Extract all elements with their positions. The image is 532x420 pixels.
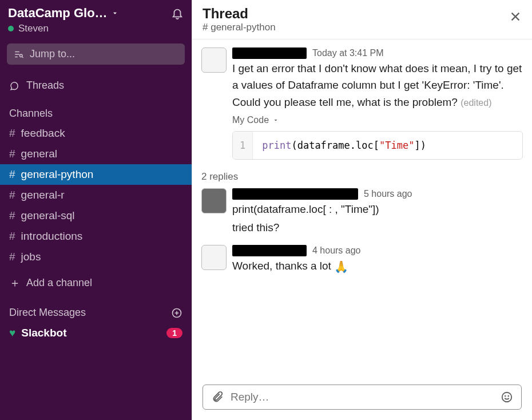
- svg-point-2: [502, 393, 512, 402]
- hash-icon: #: [9, 148, 15, 160]
- plus-circle-icon[interactable]: [171, 307, 182, 319]
- channel-label: general-python: [21, 168, 94, 181]
- plus-icon: ＋: [9, 275, 21, 291]
- pray-emoji: 🙏: [334, 260, 348, 273]
- workspace-name: DataCamp Glo…: [8, 6, 108, 21]
- dm-slackbot-label: Slackbot: [21, 327, 66, 339]
- code-block: 1 print(dataframe.loc["Time"]): [232, 131, 523, 160]
- channel-label: general-sql: [21, 209, 75, 222]
- replies-count: 2 replies: [192, 165, 532, 185]
- search-list-icon: [14, 49, 24, 60]
- messages-list: Today at 3:41 PM I get an error that I d…: [192, 39, 532, 379]
- reply-message: 5 hours agoprint(dataframe.loc[ : , "Tim…: [192, 185, 532, 241]
- unread-badge: 1: [166, 328, 182, 338]
- hash-icon: #: [9, 168, 15, 181]
- message-text: tried this?: [232, 219, 523, 236]
- channel-jobs[interactable]: #jobs: [0, 247, 192, 267]
- message-text: Worked, thanks a lot 🙏: [232, 257, 523, 276]
- emoji-icon[interactable]: [501, 391, 513, 403]
- channel-introductions[interactable]: #introductions: [0, 226, 192, 247]
- edited-marker: (edited): [460, 98, 491, 108]
- message-timestamp: 4 hours ago: [312, 245, 361, 256]
- thread-title: Thread: [203, 6, 276, 22]
- hash-icon: #: [9, 251, 15, 263]
- threads-nav[interactable]: Threads: [0, 74, 192, 97]
- heart-icon: ♥: [9, 327, 15, 339]
- user-presence[interactable]: Steven: [8, 23, 184, 34]
- channel-general-r[interactable]: #general-r: [0, 185, 192, 205]
- message-text: I get an error that I don't know what do…: [232, 60, 523, 110]
- code-gutter: 1: [233, 132, 253, 159]
- author-name-redacted: [232, 47, 307, 59]
- hash-icon: #: [9, 127, 15, 140]
- svg-point-0: [20, 54, 23, 57]
- hash-icon: #: [9, 209, 15, 222]
- code-content: print(dataframe.loc["Time"]): [253, 132, 435, 159]
- dm-slackbot[interactable]: ♥ Slackbot 1: [0, 322, 192, 344]
- message-timestamp: Today at 3:41 PM: [312, 48, 384, 58]
- channel-general-sql[interactable]: #general-sql: [0, 205, 192, 226]
- workspace-switcher[interactable]: DataCamp Glo…: [8, 6, 119, 21]
- svg-point-3: [505, 396, 506, 397]
- avatar[interactable]: [201, 245, 227, 270]
- code-attachment-label[interactable]: My Code: [232, 115, 523, 125]
- paperclip-icon[interactable]: [211, 391, 224, 403]
- current-user-name: Steven: [18, 23, 49, 34]
- bell-icon[interactable]: [171, 7, 184, 19]
- hash-icon: #: [9, 230, 15, 243]
- reply-composer[interactable]: [203, 385, 522, 410]
- channel-general-python[interactable]: #general-python: [0, 164, 192, 185]
- channel-label: general: [21, 148, 57, 160]
- threads-icon: [9, 81, 19, 91]
- message-timestamp: 5 hours ago: [364, 189, 412, 199]
- caret-down-icon: [272, 117, 279, 124]
- jump-to-placeholder: Jump to...: [30, 48, 75, 60]
- chevron-down-icon: [111, 9, 119, 17]
- reply-input[interactable]: [231, 391, 494, 403]
- dm-heading[interactable]: Direct Messages: [0, 299, 192, 322]
- avatar[interactable]: [201, 188, 227, 213]
- hash-icon: #: [9, 189, 15, 201]
- add-channel-button[interactable]: ＋ Add a channel: [0, 267, 192, 299]
- channel-label: general-r: [21, 189, 65, 201]
- author-name-redacted: [232, 188, 358, 200]
- channel-general[interactable]: #general: [0, 144, 192, 164]
- close-icon[interactable]: [509, 10, 522, 23]
- avatar[interactable]: [201, 47, 227, 73]
- message-text: print(dataframe.loc[ : , "Time"]): [232, 201, 523, 217]
- reply-message: 4 hours agoWorked, thanks a lot 🙏: [192, 241, 532, 282]
- channels-heading[interactable]: Channels: [0, 100, 192, 123]
- original-message: Today at 3:41 PM I get an error that I d…: [192, 44, 532, 165]
- svg-point-4: [508, 396, 509, 397]
- channel-label: jobs: [21, 251, 41, 263]
- jump-to-search[interactable]: Jump to...: [7, 43, 185, 65]
- channel-label: feedback: [21, 127, 65, 140]
- sidebar: DataCamp Glo… Steven Jump to... Threads …: [0, 0, 192, 420]
- channel-feedback[interactable]: #feedback: [0, 123, 192, 144]
- presence-dot-icon: [8, 26, 14, 31]
- threads-label: Threads: [26, 80, 64, 92]
- thread-channel: # general-python: [203, 22, 276, 33]
- thread-panel: Thread # general-python Today at 3:41 PM…: [192, 0, 532, 420]
- channel-label: introductions: [21, 230, 83, 243]
- author-name-redacted: [232, 245, 307, 256]
